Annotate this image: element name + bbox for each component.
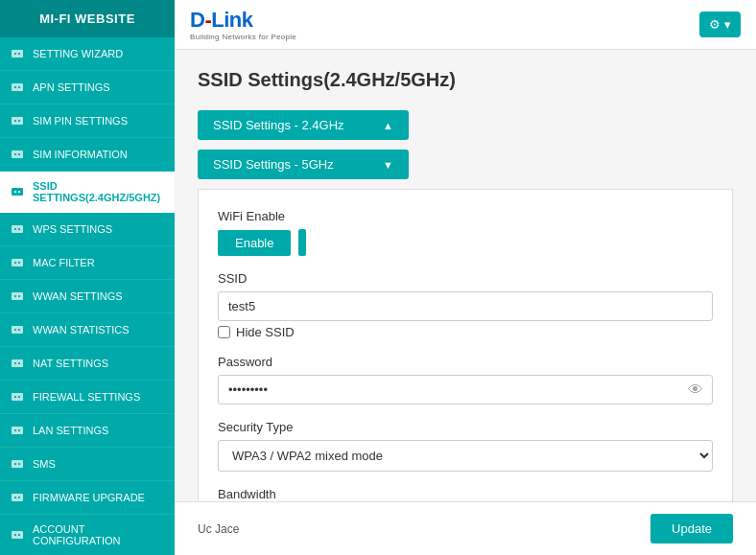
sidebar-item-icon — [10, 490, 25, 505]
sidebar-item-label: FIRMWARE UPGRADE — [33, 492, 145, 503]
accordion-2.4ghz-button[interactable]: SSID Settings - 2.4GHz ▲ — [198, 110, 409, 140]
sidebar-item-account-configuration[interactable]: ACCOUNT CONFIGURATION — [0, 515, 175, 555]
svg-rect-36 — [12, 460, 23, 468]
sidebar-item-icon — [10, 356, 25, 371]
svg-rect-28 — [14, 362, 16, 364]
sidebar-item-sms[interactable]: SMS — [0, 448, 175, 481]
security-type-select[interactable]: WPA3 / WPA2 mixed mode WPA2 WPA3 WPA — [218, 440, 713, 472]
ssid-input[interactable] — [218, 291, 713, 321]
sidebar-item-firewall-settings[interactable]: FIREWALL SETTINGS — [0, 381, 175, 414]
svg-rect-18 — [12, 259, 23, 266]
sidebar-item-label: MAC FILTER — [33, 257, 95, 268]
hide-ssid-row: Hide SSID — [218, 325, 713, 339]
wifi-enable-button[interactable]: Enable — [218, 230, 291, 256]
bottom-bar: Uc Jace Update — [175, 501, 756, 555]
svg-rect-20 — [18, 262, 20, 264]
password-label: Password — [218, 355, 713, 369]
svg-rect-27 — [12, 359, 23, 367]
sidebar-item-icon — [10, 80, 25, 95]
svg-rect-8 — [18, 120, 20, 122]
chevron-down-icon: ▾ — [724, 17, 731, 32]
main-content: D-Link Building Networks for People ⚙ ▾ … — [175, 0, 756, 555]
sidebar-item-label: WWAN STATISTICS — [33, 324, 130, 335]
svg-rect-31 — [14, 396, 16, 398]
svg-rect-1 — [14, 53, 16, 55]
sidebar-item-label: SIM INFORMATION — [33, 149, 128, 160]
sidebar-item-icon — [10, 184, 25, 199]
svg-rect-26 — [18, 329, 20, 331]
sidebar-item-icon — [10, 423, 25, 438]
sidebar-item-wwan-statistics[interactable]: WWAN STATISTICS — [0, 313, 175, 347]
sidebar-item-icon — [10, 221, 25, 237]
svg-rect-4 — [14, 86, 16, 88]
sidebar-item-apn-settings[interactable]: APN SETTINGS — [0, 71, 175, 104]
sidebar-item-icon — [10, 527, 25, 543]
sidebar-item-label: SMS — [33, 458, 56, 470]
sidebar-item-sim-information[interactable]: SIM INFORMATION — [0, 138, 175, 172]
sidebar-item-label: SETTING WIZARD — [33, 48, 123, 59]
svg-rect-19 — [14, 262, 16, 264]
sidebar-item-icon — [10, 456, 25, 472]
topbar-right: ⚙ ▾ — [699, 12, 741, 37]
svg-rect-43 — [14, 534, 16, 536]
sidebar-item-nat-settings[interactable]: NAT SETTINGS — [0, 347, 175, 381]
logo-subtitle: Building Networks for People — [190, 33, 296, 41]
svg-rect-0 — [12, 50, 23, 58]
dlink-logo: D-Link Building Networks for People — [190, 8, 296, 41]
security-type-group: Security Type WPA3 / WPA2 mixed mode WPA… — [218, 420, 713, 472]
sidebar-item-setting-wizard[interactable]: SETTING WIZARD — [0, 37, 175, 71]
svg-rect-35 — [18, 429, 20, 431]
svg-rect-29 — [18, 362, 20, 364]
sidebar-item-label: WPS SETTINGS — [33, 223, 112, 235]
sidebar: MI-FI WEBSITE SETTING WIZARD APN SETTING… — [0, 0, 175, 555]
sidebar-item-label: LAN SETTINGS — [33, 425, 108, 436]
sidebar-item-sim-pin-settings[interactable]: SIM PIN SETTINGS — [0, 104, 175, 138]
svg-rect-21 — [12, 292, 23, 300]
svg-rect-15 — [12, 225, 23, 233]
sidebar-item-lan-settings[interactable]: LAN SETTINGS — [0, 414, 175, 448]
form-section: WiFi Enable Enable SSID Hide SSID Passwo… — [198, 189, 733, 501]
sidebar-item-icon — [10, 289, 25, 304]
svg-rect-2 — [18, 53, 20, 55]
logo-text: D-Link — [190, 8, 296, 33]
svg-rect-12 — [12, 188, 23, 196]
accordion-5ghz-button[interactable]: SSID Settings - 5GHz ▼ — [198, 150, 409, 179]
security-type-label: Security Type — [218, 420, 713, 434]
ssid-group: SSID Hide SSID — [218, 271, 713, 339]
svg-rect-40 — [14, 497, 16, 498]
svg-rect-34 — [14, 429, 16, 431]
svg-rect-25 — [14, 329, 16, 331]
sidebar-item-label: WWAN SETTINGS — [33, 290, 123, 302]
sidebar-item-icon — [10, 255, 25, 270]
sidebar-item-wps-settings[interactable]: WPS SETTINGS — [0, 213, 175, 246]
sidebar-item-firmware-upgrade[interactable]: FIRMWARE UPGRADE — [0, 481, 175, 515]
settings-button[interactable]: ⚙ ▾ — [699, 12, 741, 37]
sidebar-item-ssid-settings[interactable]: SSID SETTINGS(2.4GHZ/5GHZ) — [0, 172, 175, 213]
sidebar-item-icon — [10, 322, 25, 337]
svg-rect-37 — [14, 463, 16, 465]
sidebar-item-icon — [10, 113, 25, 128]
wifi-enable-row: Enable — [218, 229, 713, 256]
svg-rect-14 — [18, 191, 20, 193]
sidebar-item-wwan-settings[interactable]: WWAN SETTINGS — [0, 280, 175, 313]
svg-rect-39 — [12, 494, 23, 501]
svg-rect-16 — [14, 228, 16, 230]
wifi-enable-group: WiFi Enable Enable — [218, 209, 713, 256]
accordion-2.4ghz-label: SSID Settings - 2.4GHz — [213, 118, 344, 132]
svg-rect-44 — [18, 534, 20, 536]
hide-ssid-checkbox[interactable] — [218, 326, 230, 338]
sidebar-item-label: ACCOUNT CONFIGURATION — [33, 523, 165, 546]
hide-ssid-label[interactable]: Hide SSID — [236, 325, 295, 339]
update-button[interactable]: Update — [650, 514, 733, 543]
svg-rect-32 — [18, 396, 20, 398]
sidebar-item-icon — [10, 147, 25, 162]
password-input[interactable] — [218, 375, 713, 405]
ssid-label: SSID — [218, 271, 713, 286]
svg-rect-22 — [14, 295, 16, 297]
svg-rect-30 — [12, 393, 23, 401]
user-info: Uc Jace — [198, 522, 239, 536]
sidebar-item-mac-filter[interactable]: MAC FILTER — [0, 246, 175, 280]
svg-rect-17 — [18, 228, 20, 230]
eye-icon[interactable]: 👁 — [688, 382, 703, 399]
svg-rect-38 — [18, 463, 20, 465]
